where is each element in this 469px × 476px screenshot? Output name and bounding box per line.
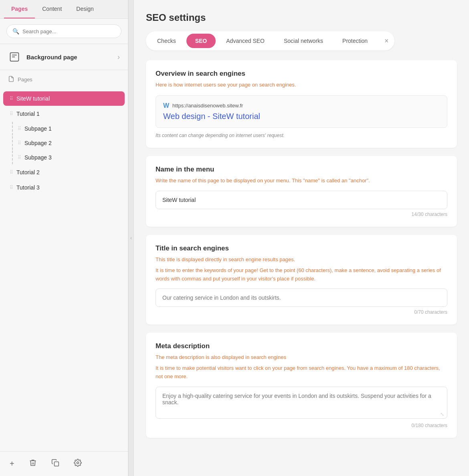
menu-name-card: Name in the menu Write the name of this … [146, 156, 457, 227]
subpage-item-subpage3[interactable]: ⠿ Subpage 3 [3, 151, 125, 164]
page-label: Tutorial 1 [16, 111, 40, 117]
menu-name-input[interactable] [156, 191, 447, 209]
title-input[interactable] [156, 288, 447, 307]
page-title: SEO settings [146, 12, 457, 23]
w-logo-icon: W [163, 102, 169, 109]
pages-section-label: Pages [18, 77, 32, 83]
collapse-handle[interactable]: ‹ [128, 0, 134, 476]
background-page-icon [8, 50, 21, 63]
tab-seo[interactable]: SEO [186, 34, 216, 48]
preview-note: Its content can change depending on inte… [156, 133, 447, 138]
page-label: Subpage 3 [24, 154, 52, 161]
meta-card: Meta description The meta description is… [146, 333, 457, 438]
pages-icon [8, 76, 14, 83]
page-label: Tutorial 2 [16, 169, 40, 175]
chevron-right-icon: › [117, 53, 120, 61]
meta-title: Meta description [156, 342, 447, 350]
tab-checks[interactable]: Checks [148, 34, 185, 48]
search-input[interactable] [22, 28, 115, 34]
drag-handle-icon: ⠿ [10, 111, 12, 117]
tab-pages[interactable]: Pages [4, 0, 35, 18]
main-content: SEO settings Checks SEO Advanced SEO Soc… [134, 0, 469, 476]
meta-description-1: The meta description is also displayed i… [156, 353, 447, 362]
menu-name-description: Write the name of this page to be displa… [156, 177, 447, 185]
overview-description: Here is how internet users see your page… [156, 81, 447, 89]
delete-page-button[interactable] [27, 457, 38, 470]
title-description-2: It is time to enter the keywords of your… [156, 266, 447, 283]
drag-handle-icon: ⠿ [18, 126, 20, 131]
overview-title: Overview in search engines [156, 70, 447, 78]
tab-social-networks[interactable]: Social networks [275, 34, 332, 48]
title-description-1: This title is displayed directly in sear… [156, 256, 447, 264]
duplicate-page-button[interactable] [50, 457, 61, 470]
title-char-count: 0/70 characters [156, 309, 447, 315]
svg-rect-1 [54, 462, 59, 466]
tab-protection[interactable]: Protection [334, 34, 376, 48]
resize-icon: ⤡ [440, 411, 444, 417]
page-item-tutorial3[interactable]: ⠿ Tutorial 3 [3, 180, 125, 195]
tab-advanced-seo[interactable]: Advanced SEO [217, 34, 273, 48]
meta-textarea-wrapper: ⤡ [156, 387, 447, 420]
sidebar-footer: + [0, 451, 128, 476]
title-card: Title in search engines This title is di… [146, 235, 457, 325]
title-section-heading: Title in search engines [156, 244, 447, 252]
drag-handle-icon: ⠿ [10, 169, 12, 175]
background-page-label: Background page [26, 54, 112, 61]
page-item-tutorial1[interactable]: ⠿ Tutorial 1 [3, 107, 125, 121]
overview-card: Overview in search engines Here is how i… [146, 60, 457, 148]
drag-handle-icon: ⠿ [18, 155, 20, 160]
page-list: ⠿ SiteW tutorial ⠿ Tutorial 1 ⠿ Subpage … [0, 89, 128, 451]
background-page-item[interactable]: Background page › [0, 44, 128, 70]
page-label: SiteW tutorial [16, 95, 50, 102]
sidebar: Pages Content Design 🔍 Background page › [0, 0, 128, 476]
meta-textarea[interactable] [156, 387, 447, 419]
collapse-arrow-icon: ‹ [130, 235, 132, 241]
tab-content[interactable]: Content [35, 0, 69, 18]
close-button[interactable]: × [381, 34, 392, 48]
menu-name-char-count: 14/30 characters [156, 212, 447, 217]
search-icon: 🔍 [12, 28, 19, 34]
search-preview: W https://anaisdisenoweb.sitew.fr Web de… [156, 95, 447, 128]
drag-handle-icon: ⠿ [10, 96, 12, 101]
page-item-sitew-tutorial[interactable]: ⠿ SiteW tutorial [3, 91, 125, 106]
add-page-button[interactable]: + [8, 458, 16, 470]
preview-title: Web design - SiteW tutorial [163, 112, 440, 121]
search-area: 🔍 [0, 19, 128, 44]
drag-handle-icon: ⠿ [18, 140, 20, 146]
pages-section-header: Pages [0, 70, 128, 89]
subpage-item-subpage1[interactable]: ⠿ Subpage 1 [3, 122, 125, 135]
tab-bar: Checks SEO Advanced SEO Social networks … [146, 31, 394, 50]
page-label: Tutorial 3 [16, 184, 40, 191]
drag-handle-icon: ⠿ [10, 185, 12, 190]
page-item-tutorial2[interactable]: ⠿ Tutorial 2 [3, 165, 125, 180]
menu-name-title: Name in the menu [156, 165, 447, 173]
tab-design[interactable]: Design [69, 0, 101, 18]
meta-char-count: 0/180 characters [156, 423, 447, 428]
subpage-item-subpage2[interactable]: ⠿ Subpage 2 [3, 136, 125, 150]
meta-description-2: It is time to make potential visitors wa… [156, 364, 447, 381]
preview-url: https://anaisdisenoweb.sitew.fr [172, 103, 243, 109]
settings-button[interactable] [72, 457, 83, 470]
svg-point-2 [77, 462, 79, 464]
page-label: Subpage 2 [24, 140, 52, 146]
page-label: Subpage 1 [24, 125, 52, 132]
sidebar-tab-bar: Pages Content Design [0, 0, 128, 19]
